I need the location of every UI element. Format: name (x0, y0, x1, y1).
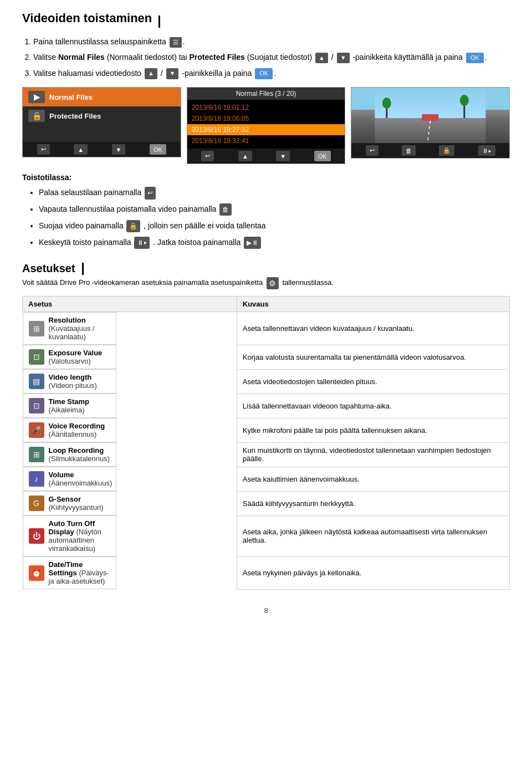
settings-row-9: ⏰ Date/Time Settings (Päiväys- ja aika-a… (23, 556, 510, 589)
playback-lock-btn[interactable]: 🔒 (439, 145, 454, 156)
gear-icon: ⚙ (267, 277, 279, 289)
menu-nav-bar: ↩ ▲ ▼ OK (23, 142, 181, 157)
file-item-3[interactable]: 2013/8/16 19:27:32 (187, 124, 345, 135)
setting-icon-8: ⏻ (29, 528, 44, 544)
ok-nav-btn[interactable]: OK (150, 144, 166, 155)
back-nav-btn[interactable]: ↩ (37, 144, 50, 155)
setting-desc-9: Aseta nykyinen päiväys ja kellonaika. (237, 556, 509, 589)
protected-files-label: Protected Files (49, 112, 101, 120)
setting-icon-2: ▤ (29, 374, 44, 389)
playback-trash-btn[interactable]: 🗑 (402, 145, 416, 156)
setting-desc-0: Aseta tallennettavan videon kuvataajuus … (237, 312, 509, 345)
road-svg (351, 88, 509, 143)
bullet-3: Suojaa video painamalla 🔒 , jolloin sen … (39, 219, 510, 233)
menu-item-normal: ▶ Normal Files (23, 88, 181, 106)
setting-desc-7: Säädä kiihtyvyysanturin herkkyyttä. (237, 491, 509, 515)
setting-icon-cell-8: ⏻ Auto Turn Off Display (Näytön automaat… (29, 519, 111, 553)
playback-play-btn[interactable]: ⏸▶ (478, 145, 495, 156)
col-asetus: Asetus (23, 297, 237, 312)
setting-icon-cell-1: ⊡ Exposure Value (Valotusarvo) (29, 349, 111, 365)
setting-name-9: Date/Time Settings (Päiväys- ja aika-ase… (49, 560, 111, 585)
file-list: 2013/8/16 19:01:12 2013/8/16 19:06:05 20… (187, 100, 345, 149)
asetukset-description: Voit säätää Drive Pro -videokameran aset… (22, 277, 510, 289)
svg-point-4 (382, 98, 391, 109)
down-btn2-icon: ▼ (166, 68, 179, 79)
setting-desc-4: Kytke mikrofoni päälle tai pois päältä t… (237, 418, 509, 442)
settings-row-2: ▤ Video length (Videon pituus) Aseta vid… (23, 369, 510, 394)
setting-name-8: Auto Turn Off Display (Näytön automaatti… (49, 519, 111, 553)
setting-icon-cell-5: ⊞ Loop Recording (Silmukkatalennus) (29, 446, 111, 463)
settings-row-7: G G-Sensor (Kiihtyvyysanturi) Säädä kiih… (23, 491, 510, 515)
bullet-1: Palaa selaustilaan painamalla ↩ (39, 186, 510, 200)
setting-desc-1: Korjaa valotusta suurentamalla tai piene… (237, 345, 509, 369)
page-title: Videoiden toistaminen (22, 11, 152, 25)
setting-desc-2: Aseta videotiedostojen tallenteiden pitu… (237, 369, 509, 394)
toistotilassa-section: Toistotilassa: Palaa selaustilaan painam… (22, 173, 510, 249)
setting-icon-cell-3: ⊡ Time Stamp (Aikaleima) (29, 397, 111, 414)
file-item-4[interactable]: 2013/8/16 19:32:41 (187, 135, 345, 146)
toistotilassa-list: Palaa selaustilaan painamalla ↩ Vapauta … (39, 186, 510, 249)
setting-icon-3: ⊡ (29, 398, 44, 413)
settings-table: Asetus Kuvaus ⊞ Resolution (Kuvataajuus … (22, 296, 510, 590)
trash-icon: 🗑 (219, 203, 232, 216)
setting-name-4: Voice Recording (Äänitallennus) (49, 422, 111, 438)
setting-icon-9: ⏰ (29, 565, 44, 581)
settings-row-8: ⏻ Auto Turn Off Display (Näytön automaat… (23, 515, 510, 556)
svg-rect-0 (375, 88, 486, 118)
play-icon: ▶⏸ (244, 237, 261, 249)
menu-item-protected: 🔒 Protected Files (23, 106, 181, 125)
setting-icon-cell-9: ⏰ Date/Time Settings (Päiväys- ja aika-a… (29, 560, 111, 585)
setting-name-6: Volume (Äänenvoimakkuus) (49, 471, 112, 487)
setting-icon-7: G (29, 496, 44, 511)
playback-back-btn[interactable]: ↩ (366, 145, 378, 156)
setting-icon-4: 🎤 (29, 422, 44, 438)
asetukset-title: Asetukset (22, 262, 510, 275)
setting-desc-3: Lisää tallennettavaan videoon tapahtuma-… (237, 394, 509, 418)
bullet-2: Vapauta tallennustilaa poistamalla video… (39, 203, 510, 216)
setting-name-5: Loop Recording (Silmukkatalennus) (49, 446, 111, 463)
file-nav-bar: ↩ ▲ ▼ OK (187, 149, 345, 164)
setting-icon-cell-7: G G-Sensor (Kiihtyvyysanturi) (29, 495, 111, 512)
setting-icon-cell-2: ▤ Video length (Videon pituus) (29, 373, 111, 390)
asetukset-divider (82, 263, 84, 275)
ok-btn2-icon: OK (255, 68, 273, 79)
settings-row-1: ⊡ Exposure Value (Valotusarvo) Korjaa va… (23, 345, 510, 369)
video-panel: ↩ 🗑 🔒 ⏸▶ (351, 87, 510, 159)
setting-name-3: Time Stamp (Aikaleima) (49, 397, 111, 414)
file-panel: Normal Files (3 / 20) 2013/8/16 19:01:12… (187, 87, 346, 164)
down-btn-icon: ▼ (337, 53, 350, 64)
road-scene (351, 88, 509, 143)
back-icon: ↩ (145, 187, 156, 199)
settings-row-0: ⊞ Resolution (Kuvataajuus / kuvanlaatu) … (23, 312, 510, 345)
normal-files-label: Normal Files (49, 93, 93, 101)
up-btn2-icon: ▲ (145, 68, 157, 79)
protected-files-icon: 🔒 (28, 110, 45, 122)
file-item-1[interactable]: 2013/8/16 19:01:12 (187, 102, 345, 113)
file-down-btn[interactable]: ▼ (276, 151, 290, 161)
lock-icon: 🔒 (126, 220, 140, 232)
setting-desc-5: Kun muistikortti on täynnä, videotiedost… (237, 442, 509, 467)
setting-desc-8: Aseta aika, jonka jälkeen näytöstä katke… (237, 515, 509, 556)
title-divider (158, 16, 160, 28)
step-1: Paina tallennustilassa selauspainiketta … (33, 35, 510, 48)
setting-icon-1: ⊡ (29, 349, 44, 365)
file-back-btn[interactable]: ↩ (201, 151, 214, 161)
page-header: Videoiden toistaminen Paina tallennustil… (22, 11, 510, 79)
settings-row-6: ♪ Volume (Äänenvoimakkuus) Aseta kaiutti… (23, 467, 510, 491)
svg-rect-7 (422, 114, 439, 121)
pause-icon: ⏸▶ (134, 237, 150, 249)
up-btn-icon: ▲ (315, 53, 328, 64)
screenshots-row: ▶ Normal Files 🔒 Protected Files ↩ ▲ ▼ O… (22, 87, 510, 164)
file-item-2[interactable]: 2013/8/16 19:06:05 (187, 113, 345, 124)
up-nav-btn[interactable]: ▲ (74, 144, 88, 155)
setting-icon-cell-6: ♪ Volume (Äänenvoimakkuus) (29, 471, 112, 487)
file-ok-btn[interactable]: OK (314, 151, 331, 161)
bullet-4: Keskeytä toisto painamalla ⏸▶ . Jatka to… (39, 236, 510, 249)
setting-name-2: Video length (Videon pituus) (49, 373, 111, 390)
file-panel-header: Normal Files (3 / 20) (187, 88, 345, 100)
down-nav-btn[interactable]: ▼ (112, 144, 126, 155)
toistotilassa-title: Toistotilassa: (22, 173, 510, 182)
file-up-btn[interactable]: ▲ (238, 151, 252, 161)
settings-row-3: ⊡ Time Stamp (Aikaleima) Lisää tallennet… (23, 394, 510, 418)
menu-panel: ▶ Normal Files 🔒 Protected Files ↩ ▲ ▼ O… (22, 87, 181, 157)
